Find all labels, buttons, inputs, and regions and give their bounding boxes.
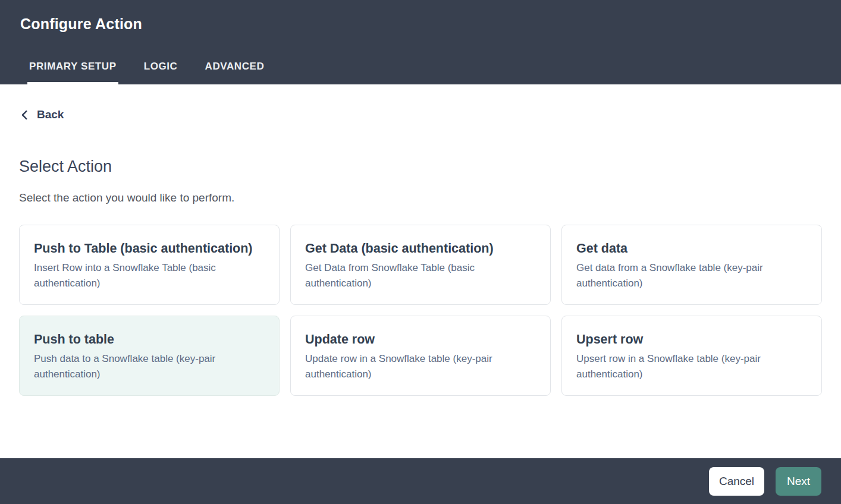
card-description: Insert Row into a Snowflake Table (basic…: [34, 260, 265, 291]
back-label: Back: [37, 108, 64, 121]
cancel-button[interactable]: Cancel: [709, 467, 764, 496]
dialog-header: Configure Action PRIMARY SETUP LOGIC ADV…: [0, 0, 841, 84]
action-card-get-data-basic[interactable]: Get Data (basic authentication) Get Data…: [290, 225, 551, 305]
card-title: Get data: [576, 238, 807, 259]
page-title: Configure Action: [0, 0, 841, 33]
back-button[interactable]: Back: [19, 108, 64, 121]
action-card-upsert-row[interactable]: Upsert row Upsert row in a Snowflake tab…: [561, 316, 822, 396]
tab-advanced[interactable]: ADVANCED: [203, 61, 266, 84]
action-card-push-to-table-keypair[interactable]: Push to table Push data to a Snowflake t…: [19, 316, 280, 396]
chevron-left-icon: [19, 109, 30, 121]
card-title: Push to table: [34, 329, 265, 349]
card-description: Push data to a Snowflake table (key-pair…: [34, 351, 265, 382]
action-card-update-row[interactable]: Update row Update row in a Snowflake tab…: [290, 316, 551, 396]
next-button[interactable]: Next: [776, 467, 821, 496]
section-subtitle: Select the action you would like to perf…: [19, 191, 822, 204]
dialog-footer: Cancel Next: [0, 458, 841, 504]
tab-logic[interactable]: LOGIC: [142, 61, 180, 84]
card-description: Get Data from Snowflake Table (basic aut…: [305, 260, 536, 291]
tab-primary-setup[interactable]: PRIMARY SETUP: [27, 61, 118, 84]
card-title: Upsert row: [576, 329, 807, 349]
action-card-get-data-keypair[interactable]: Get data Get data from a Snowflake table…: [561, 225, 822, 305]
action-card-push-to-table-basic[interactable]: Push to Table (basic authentication) Ins…: [19, 225, 280, 305]
card-title: Push to Table (basic authentication): [34, 238, 265, 259]
dialog-body: Back Select Action Select the action you…: [0, 84, 841, 458]
tab-bar: PRIMARY SETUP LOGIC ADVANCED: [27, 61, 290, 84]
action-card-grid: Push to Table (basic authentication) Ins…: [19, 225, 822, 396]
card-description: Update row in a Snowflake table (key-pai…: [305, 351, 536, 382]
card-description: Upsert row in a Snowflake table (key-pai…: [576, 351, 807, 382]
card-title: Update row: [305, 329, 536, 349]
section-heading: Select Action: [19, 158, 822, 176]
card-title: Get Data (basic authentication): [305, 238, 536, 259]
card-description: Get data from a Snowflake table (key-pai…: [576, 260, 807, 291]
